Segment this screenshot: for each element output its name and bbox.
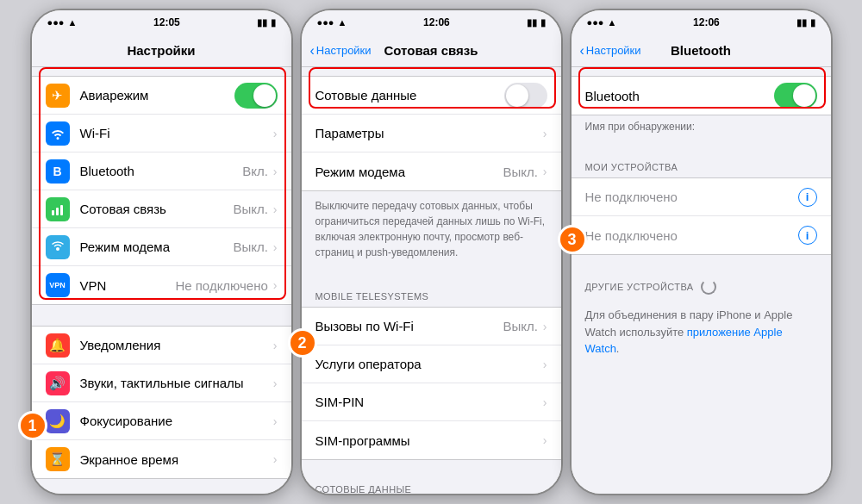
wifi-calls-chevron: › — [543, 320, 547, 333]
row-screen-time[interactable]: ⌛ Экранное время › — [32, 440, 291, 478]
status-left-3: ●●● ▲ — [587, 17, 617, 28]
step-badge-3: 3 — [558, 225, 587, 254]
nav-bar-2: ‹ Настройки Сотовая связь — [302, 34, 561, 67]
focus-label: Фокусирование — [80, 414, 273, 428]
operator-chevron: › — [543, 358, 547, 371]
operator-label: Услуги оператора — [315, 357, 543, 371]
section-mts: MOBILE TELESYSTEMS Вызовы по Wi-Fi Выкл.… — [302, 288, 561, 460]
signal-icon-2: ●●● — [317, 17, 334, 28]
phone1: ●●● ▲ 12:05 ▮▮ ▮ Настройки ✈ Авиарежим — [30, 9, 293, 495]
status-bar-1: ●●● ▲ 12:05 ▮▮ ▮ — [32, 10, 291, 34]
sounds-label: Звуки, тактильные сигналы — [80, 376, 273, 390]
time-2: 12:06 — [423, 16, 450, 28]
section-body-cellular: Сотовые данные Параметры › Режим модема … — [302, 76, 561, 191]
signal-bars-1: ▮▮ — [257, 17, 267, 28]
section-notifications: 🔔 Уведомления › 🔊 Звуки, тактильные сигн… — [32, 326, 291, 479]
nav-title-1: Настройки — [127, 43, 195, 58]
svg-rect-2 — [60, 205, 63, 215]
wifi-label: Wi-Fi — [80, 126, 273, 140]
vpn-chevron: › — [273, 278, 278, 292]
row-notifications[interactable]: 🔔 Уведомления › — [32, 327, 291, 364]
notifications-icon: 🔔 — [46, 333, 70, 358]
hotspot-value: Выкл. — [233, 240, 267, 254]
row-device-1[interactable]: Не подключено i — [572, 178, 831, 216]
row-device-2[interactable]: Не подключено i — [572, 216, 831, 254]
back-arrow-3: ‹ — [580, 43, 584, 59]
device1-info[interactable]: i — [798, 188, 817, 207]
status-left-1: ●●● ▲ — [47, 17, 78, 28]
hotspot-chevron: › — [273, 240, 278, 254]
row-bluetooth[interactable]: B Bluetooth Вкл. › — [32, 152, 291, 190]
vpn-value: Не подключено — [175, 278, 267, 293]
wifi-icon-1: ▲ — [67, 17, 77, 28]
content-1[interactable]: ✈ Авиарежим Wi-Fi › — [32, 67, 291, 494]
cellular-data-label: Сотовые данные — [315, 88, 504, 103]
row-vpn[interactable]: VPN VPN Не подключено › — [32, 266, 291, 304]
row-airplane[interactable]: ✈ Авиарежим — [32, 77, 291, 115]
simapps-chevron: › — [543, 433, 547, 447]
svg-point-3 — [56, 247, 59, 251]
nav-bar-1: Настройки — [32, 34, 291, 67]
hotspot2-value: Выкл. — [503, 165, 537, 179]
phone2: ●●● ▲ 12:06 ▮▮ ▮ ‹ Настройки Сотовая свя… — [300, 9, 563, 495]
airplane-toggle[interactable] — [234, 83, 278, 109]
row-focus[interactable]: 🌙 Фокусирование › — [32, 402, 291, 440]
device2-info[interactable]: i — [798, 226, 817, 245]
content-2[interactable]: Сотовые данные Параметры › Режим модема … — [302, 67, 561, 494]
section-body-bt: Bluetooth — [572, 76, 831, 115]
status-left-2: ●●● ▲ — [317, 17, 347, 28]
row-wifi-calls[interactable]: Вызовы по Wi-Fi Выкл. › — [302, 308, 561, 345]
signal-icon-1: ●●● — [47, 17, 65, 28]
cellular-data-toggle[interactable] — [504, 83, 547, 109]
hotspot2-label: Режим модема — [315, 165, 503, 179]
device2-name: Не подключено — [585, 228, 798, 243]
row-simpin[interactable]: SIM-PIN › — [302, 383, 561, 421]
simpin-label: SIM-PIN — [315, 395, 543, 409]
row-bluetooth-toggle[interactable]: Bluetooth — [572, 77, 831, 115]
cellular-icon — [46, 197, 70, 221]
sounds-chevron: › — [273, 376, 278, 390]
cellular-label: Сотовая связь — [80, 202, 234, 216]
wifi-icon — [46, 121, 70, 146]
row-simapps[interactable]: SIM-программы › — [302, 421, 561, 459]
row-hotspot2[interactable]: Режим модема Выкл. › — [302, 152, 561, 190]
nav-back-3[interactable]: ‹ Настройки — [580, 43, 641, 59]
row-params[interactable]: Параметры › — [302, 115, 561, 152]
simapps-label: SIM-программы — [315, 433, 543, 448]
content-3[interactable]: Bluetooth Имя при обнаружении: МОИ УСТРО… — [572, 67, 831, 494]
nav-title-2: Сотовая связь — [384, 43, 478, 58]
hotspot-label: Режим модема — [80, 240, 234, 254]
scanning-spinner — [701, 279, 716, 295]
sounds-icon: 🔊 — [46, 371, 70, 395]
focus-chevron: › — [273, 414, 278, 428]
row-cellular[interactable]: Сотовая связь Выкл. › — [32, 190, 291, 228]
row-hotspot[interactable]: Режим модема Выкл. › — [32, 228, 291, 266]
params-chevron: › — [543, 127, 547, 140]
wifi-calls-label: Вызовы по Wi-Fi — [315, 319, 503, 333]
phone3-frame: ●●● ▲ 12:06 ▮▮ ▮ ‹ Настройки Bluetooth B… — [570, 9, 833, 495]
nav-bar-3: ‹ Настройки Bluetooth — [572, 34, 831, 67]
other-devices-header: ДРУГИЕ УСТРОЙСТВА — [572, 276, 831, 300]
row-cellular-data[interactable]: Сотовые данные — [302, 77, 561, 115]
bluetooth-toggle-switch[interactable] — [774, 83, 817, 109]
time-1: 12:05 — [153, 16, 180, 28]
svg-rect-0 — [52, 210, 54, 215]
other-devices-desc: Для объединения в пару iPhone и Apple Wa… — [572, 300, 831, 364]
airplane-icon: ✈ — [46, 84, 70, 108]
battery-icon-3: ▮ — [810, 17, 815, 28]
section-other-devices: ДРУГИЕ УСТРОЙСТВА Для объединения в пару… — [572, 276, 831, 364]
step-badge-2: 2 — [288, 328, 317, 358]
row-sounds[interactable]: 🔊 Звуки, тактильные сигналы › — [32, 364, 291, 402]
nav-back-2[interactable]: ‹ Настройки — [310, 43, 372, 59]
wifi-icon-3: ▲ — [607, 17, 616, 28]
section-body-mts: Вызовы по Wi-Fi Выкл. › Услуги оператора… — [302, 307, 561, 460]
row-operator[interactable]: Услуги оператора › — [302, 345, 561, 383]
row-wifi[interactable]: Wi-Fi › — [32, 115, 291, 152]
status-bar-2: ●●● ▲ 12:06 ▮▮ ▮ — [302, 10, 561, 34]
bluetooth-chevron: › — [273, 165, 278, 178]
time-3: 12:06 — [693, 16, 720, 28]
airplane-label: Авиарежим — [80, 88, 234, 103]
screentime-label: Экранное время — [80, 452, 273, 467]
notifications-label: Уведомления — [80, 338, 273, 352]
simpin-chevron: › — [543, 395, 547, 409]
